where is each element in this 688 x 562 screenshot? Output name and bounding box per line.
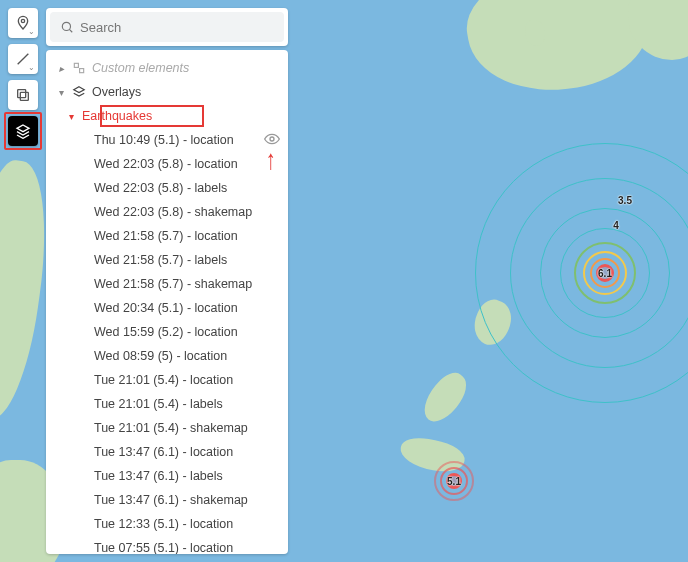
layers-panel: Search Custom elements Overlays Earthqua… [46, 8, 288, 554]
layer-item[interactable]: Wed 21:58 (5.7) - labels [46, 248, 288, 272]
layer-item[interactable]: Tue 13:47 (6.1) - labels [46, 464, 288, 488]
landmass [416, 367, 474, 428]
magnitude-label: 6.1 [598, 268, 612, 279]
svg-rect-2 [18, 90, 26, 98]
chevron-down-icon [56, 87, 66, 98]
layer-item-label: Tue 21:01 (5.4) - shakemap [94, 421, 258, 435]
layer-item-label: Wed 08:59 (5) - location [94, 349, 258, 363]
custom-elements-group[interactable]: Custom elements [46, 56, 288, 80]
layer-item-label: Tue 07:55 (5.1) - location [94, 541, 258, 554]
magnitude-label: 5.1 [447, 476, 461, 487]
layer-item[interactable]: Wed 21:58 (5.7) - location [46, 224, 288, 248]
chevron-down-icon [66, 111, 76, 122]
layer-item-label: Tue 13:47 (6.1) - labels [94, 469, 258, 483]
earthquakes-group[interactable]: Earthquakes [46, 104, 288, 128]
landmass [525, 20, 545, 46]
layer-manager-button[interactable] [8, 116, 38, 146]
layers-icon [15, 123, 31, 139]
layer-item-label: Wed 22:03 (5.8) - shakemap [94, 205, 258, 219]
svg-point-6 [270, 137, 274, 141]
svg-rect-5 [80, 69, 84, 73]
visibility-toggle-icon[interactable] [264, 131, 280, 150]
layer-item[interactable]: Wed 22:03 (5.8) - shakemap [46, 200, 288, 224]
chevron-down-icon: ⌄ [28, 63, 35, 72]
layer-item[interactable]: Wed 21:58 (5.7) - shakemap [46, 272, 288, 296]
svg-rect-4 [74, 63, 78, 67]
layer-item[interactable]: Tue 21:01 (5.4) - location [46, 368, 288, 392]
chevron-right-icon [56, 63, 66, 74]
layer-item-label: Wed 20:34 (5.1) - location [94, 301, 258, 315]
layer-list-scroll[interactable]: Custom elements Overlays Earthquakes Thu… [46, 50, 288, 554]
layer-item-label: Tue 13:47 (6.1) - shakemap [94, 493, 258, 507]
layer-item[interactable]: Wed 22:03 (5.8) - location [46, 152, 288, 176]
layer-item[interactable]: Wed 20:34 (5.1) - location [46, 296, 288, 320]
svg-point-0 [21, 19, 24, 22]
ring-label: 3.5 [618, 195, 632, 206]
layer-item[interactable]: Tue 07:55 (5.1) - location [46, 536, 288, 554]
chevron-down-icon: ⌄ [28, 27, 35, 36]
svg-rect-1 [20, 92, 28, 100]
measure-tool-button[interactable]: ⌄ [8, 44, 38, 74]
ring-label: 4 [613, 220, 619, 231]
marker-tool-button[interactable]: ⌄ [8, 8, 38, 38]
layer-item-label: Tue 21:01 (5.4) - location [94, 373, 258, 387]
group-label: Earthquakes [82, 109, 280, 123]
layer-item-label: Wed 21:58 (5.7) - location [94, 229, 258, 243]
search-input[interactable]: Search [50, 12, 284, 42]
layer-item-label: Wed 15:59 (5.2) - location [94, 325, 258, 339]
layers-icon [72, 85, 86, 99]
group-label: Custom elements [92, 61, 280, 75]
layer-item[interactable]: Thu 10:49 (5.1) - location [46, 128, 288, 152]
group-label: Overlays [92, 85, 280, 99]
layer-item[interactable]: Tue 21:01 (5.4) - labels [46, 392, 288, 416]
layer-item-label: Wed 22:03 (5.8) - location [94, 157, 258, 171]
svg-point-3 [62, 22, 70, 30]
layer-item[interactable]: Tue 21:01 (5.4) - shakemap [46, 416, 288, 440]
layer-item[interactable]: Wed 15:59 (5.2) - location [46, 320, 288, 344]
overlays-group[interactable]: Overlays [46, 80, 288, 104]
layer-item-label: Wed 21:58 (5.7) - labels [94, 253, 258, 267]
layer-item[interactable]: Wed 22:03 (5.8) - labels [46, 176, 288, 200]
layer-item[interactable]: Wed 08:59 (5) - location [46, 344, 288, 368]
shapes-icon [72, 61, 86, 75]
layer-item-label: Tue 21:01 (5.4) - labels [94, 397, 258, 411]
layer-item[interactable]: Tue 13:47 (6.1) - location [46, 440, 288, 464]
copy-layers-button[interactable] [8, 80, 38, 110]
layer-item-label: Tue 12:33 (5.1) - location [94, 517, 258, 531]
search-container: Search [46, 8, 288, 46]
copy-icon [15, 87, 31, 103]
layer-item[interactable]: Tue 12:33 (5.1) - location [46, 512, 288, 536]
search-placeholder: Search [80, 20, 121, 35]
search-icon [60, 20, 74, 34]
side-toolbar: ⌄ ⌄ [8, 8, 38, 146]
layer-item-label: Wed 22:03 (5.8) - labels [94, 181, 258, 195]
layer-item-label: Tue 13:47 (6.1) - location [94, 445, 258, 459]
layer-item[interactable]: Tue 13:47 (6.1) - shakemap [46, 488, 288, 512]
layer-item-label: Wed 21:58 (5.7) - shakemap [94, 277, 258, 291]
layer-list: Custom elements Overlays Earthquakes Thu… [46, 50, 288, 554]
layer-item-label: Thu 10:49 (5.1) - location [94, 133, 258, 147]
